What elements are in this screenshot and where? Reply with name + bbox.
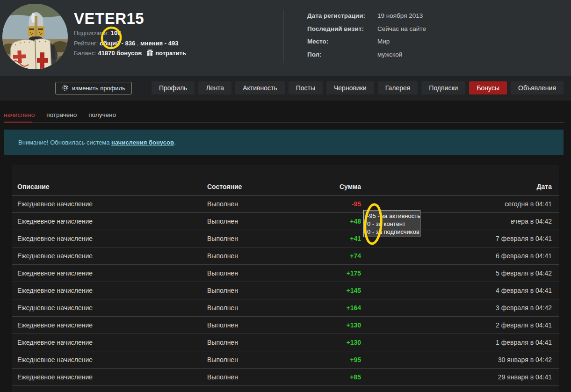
table-row[interactable]: Ежедневное начисление Выполнен +41 7 фев… [12,230,559,247]
row-status: Выполнен [207,304,238,312]
row-date: 29 января в 04:41 [498,373,552,381]
row-date: 1 февраля в 04:41 [496,339,552,346]
detail-label: Место: [307,37,377,46]
row-date: 3 февраля в 04:42 [496,304,552,312]
subtab-accrued[interactable]: начислено [4,111,35,118]
tab-feed[interactable]: Лента [198,81,231,94]
edit-profile-label: изменить профиль [72,85,125,92]
detail-value-location: Мир [377,37,426,46]
row-amount[interactable]: +130 [346,339,361,346]
bonus-breakdown-tooltip: -95 - за активность 0 - за контент 0 - з… [363,210,420,237]
avatar[interactable] [2,4,68,69]
balance-label: Баланс: [74,50,96,57]
table-row[interactable]: Ежедневное начисление Выполнен -95 сегод… [12,196,559,213]
table-row[interactable]: Ежедневное начисление Выполнен +175 5 фе… [12,265,559,282]
row-description: Ежедневное начисление [17,321,93,329]
row-status: Выполнен [207,356,238,363]
row-description: Ежедневное начисление [17,373,93,381]
column-header-date: Дата [537,183,552,190]
table-row[interactable]: Ежедневное начисление Выполнен +48 вчера… [12,213,559,230]
table-row[interactable]: Ежедневное начисление Выполнен +145 4 фе… [12,282,559,299]
row-date: 2 февраля в 04:41 [496,321,552,329]
column-header-sum: Сумма [340,183,361,190]
row-amount[interactable]: -95 [352,200,361,208]
table-row[interactable]: Ежедневное начисление Выполнен +95 30 ян… [12,351,559,369]
column-header-description: Описание [17,183,50,190]
balance-value: 41870 бонусов [98,50,142,57]
tab-subscriptions[interactable]: Подписки [421,81,465,94]
subscribers-label: Подписчики: [74,29,109,36]
row-amount[interactable]: +164 [346,304,361,312]
tab-bonuses[interactable]: Бонусы [469,81,507,94]
row-description: Ежедневное начисление [17,287,93,294]
notice-text: Внимание! Обновилась система [18,139,111,146]
row-description: Ежедневное начисление [17,218,93,225]
bonus-subtabs: начислено потрачено получено [4,111,116,118]
row-date: вчера в 04:42 [511,218,552,225]
table-row[interactable]: Ежедневное начисление Выполнен +164 3 фе… [12,299,559,317]
row-status: Выполнен [207,200,238,208]
detail-label: Последний визит: [307,25,377,33]
tab-drafts[interactable]: Черновики [326,81,374,94]
tooltip-line-activity: -95 - за активность [367,212,420,220]
subtab-divider [4,122,564,123]
column-header-status: Состояние [207,183,242,190]
row-amount[interactable]: +41 [350,235,361,242]
table-row[interactable]: Ежедневное начисление Выполнен +85 29 ян… [12,369,559,386]
row-description: Ежедневное начисление [17,304,93,312]
row-date: сегодня в 04:41 [505,200,552,208]
row-status: Выполнен [207,373,238,381]
row-status: Выполнен [207,252,238,260]
subtab-spent[interactable]: потрачено [46,111,77,118]
profile-details: Дата регистрации: 19 ноября 2013 Последн… [307,12,426,59]
tab-posts[interactable]: Посты [289,81,323,94]
tooltip-line-subscribers: 0 - за подписчиков [367,228,420,236]
tab-profile[interactable]: Профиль [152,81,195,94]
row-description: Ежедневное начисление [17,252,93,260]
tab-gallery[interactable]: Галерея [378,81,418,94]
row-status: Выполнен [207,218,238,225]
table-row[interactable]: Ежедневное начисление Выполнен +130 2 фе… [12,317,559,334]
row-amount[interactable]: +48 [350,218,361,225]
row-description: Ежедневное начисление [17,269,93,277]
balance-line: Баланс: 41870 бонусовпотратить [74,48,186,59]
tab-activity[interactable]: Активность [235,81,285,94]
row-date: 4 февраля в 04:41 [496,287,552,294]
row-status: Выполнен [207,269,238,277]
edit-profile-button[interactable]: изменить профиль [55,82,132,94]
row-date: 6 февраля в 04:41 [496,252,552,260]
detail-label: Дата регистрации: [307,12,377,20]
notice-suffix: . [174,139,176,146]
row-amount[interactable]: +145 [346,287,361,294]
table-row[interactable]: Ежедневное начисление Выполнен +74 6 фев… [12,247,559,265]
row-amount[interactable]: +85 [350,373,361,381]
spend-bonuses-link[interactable]: потратить [155,50,186,57]
profile-tabs: Профиль Лента Активность Посты Черновики… [152,81,564,94]
row-status: Выполнен [207,339,238,346]
row-amount[interactable]: +175 [346,269,361,277]
row-amount[interactable]: +74 [350,252,361,260]
row-amount[interactable]: +130 [346,321,361,329]
active-subtab-underline [4,122,32,123]
row-description: Ежедневное начисление [17,200,93,208]
header-vertical-divider [283,10,283,63]
subscribers-count: 106 [111,29,121,36]
rating-overall: общий - 836 [100,40,135,47]
row-status: Выполнен [207,287,238,294]
row-description: Ежедневное начисление [17,235,93,242]
detail-value-last-visit: Сейчас на сайте [377,25,426,33]
row-amount[interactable]: +95 [350,356,361,363]
notice-banner: Внимание! Обновилась система начисления … [4,130,564,155]
gift-icon [146,49,153,59]
row-date: 7 февраля в 04:41 [496,235,552,242]
subscribers-line: Подписчики: 106 [74,28,186,38]
detail-label: Пол: [307,51,377,59]
bonus-system-link[interactable]: начисления бонусов [111,139,174,146]
tooltip-line-content: 0 - за контент [367,220,420,228]
rating-line: Рейтинг: общий - 836 , мнения - 493 [74,38,186,49]
table-row[interactable]: Ежедневное начисление Выполнен +130 1 фе… [12,334,559,351]
gear-icon [62,84,69,93]
tab-ads[interactable]: Объявления [511,81,564,94]
subtab-received[interactable]: получено [88,111,116,118]
detail-value-registration-date: 19 ноября 2013 [377,12,426,20]
